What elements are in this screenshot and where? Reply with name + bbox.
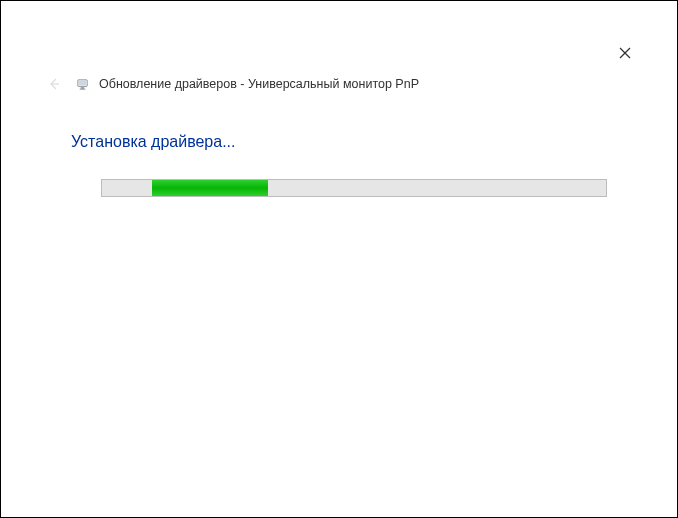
progress-fill <box>152 180 268 196</box>
dialog-header: Обновление драйверов - Универсальный мон… <box>45 75 653 93</box>
svg-rect-6 <box>79 88 85 89</box>
monitor-icon <box>75 77 89 91</box>
dialog-content: Установка драйвера... <box>71 133 607 197</box>
close-icon <box>619 47 631 59</box>
dialog-window: Обновление драйверов - Универсальный мон… <box>0 0 678 518</box>
dialog-title: Обновление драйверов - Универсальный мон… <box>99 77 419 91</box>
dialog-inner: Обновление драйверов - Универсальный мон… <box>25 25 653 493</box>
close-button[interactable] <box>617 45 633 61</box>
progress-bar <box>101 179 607 197</box>
svg-rect-5 <box>80 87 84 88</box>
status-text: Установка драйвера... <box>71 133 607 151</box>
back-button <box>45 75 63 93</box>
back-arrow-icon <box>47 77 61 91</box>
svg-rect-4 <box>78 80 85 85</box>
